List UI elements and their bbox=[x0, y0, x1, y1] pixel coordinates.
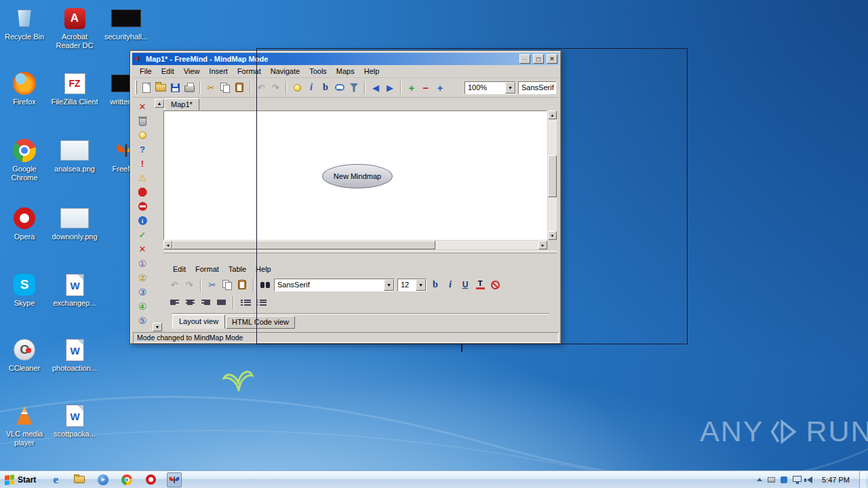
undo-icon[interactable] bbox=[255, 81, 267, 94]
plus-green-icon[interactable] bbox=[406, 81, 418, 94]
priority-4-icon[interactable] bbox=[136, 300, 149, 312]
close-button[interactable] bbox=[547, 54, 557, 64]
window-titlebar[interactable]: Map1* - FreeMind - MindMap Mode bbox=[132, 53, 559, 65]
chrome-icon[interactable] bbox=[119, 472, 134, 487]
scroll-up-icon[interactable] bbox=[548, 110, 557, 119]
align-right-icon[interactable] bbox=[199, 296, 212, 308]
trash-icon[interactable] bbox=[136, 115, 149, 127]
note-menu-format[interactable]: Format bbox=[191, 264, 224, 274]
horizontal-scrollbar[interactable] bbox=[163, 241, 547, 249]
copy-icon[interactable] bbox=[219, 81, 231, 94]
menu-tools[interactable]: Tools bbox=[304, 66, 332, 77]
desktop-icon-filezilla[interactable]: FileZilla Client bbox=[50, 70, 99, 106]
windows-explorer-icon[interactable] bbox=[72, 472, 87, 487]
bullet-list-icon[interactable] bbox=[239, 296, 252, 308]
opera-icon[interactable] bbox=[143, 472, 158, 487]
menu-view[interactable]: View bbox=[179, 66, 205, 77]
desktop-icon-exchangep[interactable]: exchangep... bbox=[50, 272, 99, 308]
mindmap-canvas[interactable]: New Mindmap bbox=[163, 110, 547, 240]
chevron-down-icon[interactable] bbox=[416, 279, 426, 291]
redo-icon[interactable] bbox=[269, 81, 281, 94]
desktop-icon-recycle-bin[interactable]: Recycle Bin bbox=[0, 5, 49, 41]
menu-help[interactable]: Help bbox=[359, 66, 384, 77]
freemind-taskbar-button[interactable] bbox=[167, 472, 182, 487]
internet-explorer-icon[interactable] bbox=[48, 472, 63, 487]
underline-icon[interactable] bbox=[459, 279, 471, 291]
desktop-icon-firefox[interactable]: Firefox bbox=[0, 70, 49, 106]
scroll-left-icon[interactable] bbox=[163, 241, 172, 249]
network-icon[interactable] bbox=[793, 476, 802, 482]
stop-sign-icon[interactable] bbox=[136, 186, 149, 198]
priority-2-icon[interactable] bbox=[136, 272, 149, 283]
vertical-scroll-thumb[interactable] bbox=[548, 155, 557, 197]
start-button[interactable]: Start bbox=[0, 471, 43, 488]
find-replace-icon[interactable] bbox=[259, 279, 271, 291]
priority-3-icon[interactable] bbox=[136, 286, 149, 298]
help-question-icon[interactable] bbox=[136, 144, 149, 155]
numbered-list-icon[interactable] bbox=[255, 296, 267, 308]
menu-format[interactable]: Format bbox=[233, 66, 266, 77]
toolbar-scroll-down-icon[interactable] bbox=[153, 323, 162, 331]
note-menu-help[interactable]: Help bbox=[251, 264, 276, 274]
cloud-bubble-icon[interactable] bbox=[334, 81, 346, 94]
minimize-button[interactable] bbox=[519, 54, 530, 64]
desktop-icon-acrobat[interactable]: Acrobat Reader DC bbox=[50, 5, 99, 50]
copy-icon[interactable] bbox=[221, 279, 233, 291]
zoom-combo[interactable]: 100% bbox=[465, 81, 516, 94]
font-field[interactable]: SansSerif bbox=[518, 81, 556, 94]
desktop-icon-skype[interactable]: Skype bbox=[0, 272, 49, 308]
back-icon[interactable] bbox=[370, 81, 382, 94]
cancel-cross-icon[interactable] bbox=[136, 243, 149, 255]
menu-navigate[interactable]: Navigate bbox=[266, 66, 304, 77]
toolbar-scroll-up-icon[interactable] bbox=[155, 99, 164, 108]
priority-1-icon[interactable] bbox=[136, 258, 149, 269]
italic-icon[interactable] bbox=[444, 279, 456, 291]
menu-insert[interactable]: Insert bbox=[204, 66, 233, 77]
cut-icon[interactable] bbox=[205, 81, 217, 94]
toolbar-drag-handle[interactable] bbox=[135, 81, 137, 94]
exclamation-icon[interactable] bbox=[136, 158, 149, 169]
horizontal-scroll-thumb[interactable] bbox=[172, 241, 435, 249]
print-icon[interactable] bbox=[183, 81, 195, 94]
idea-bulb-icon[interactable] bbox=[136, 129, 149, 141]
tab-html-code-view[interactable]: HTML Code view bbox=[226, 316, 295, 329]
desktop-icon-chrome[interactable]: Google Chrome bbox=[0, 138, 49, 182]
filter-icon[interactable] bbox=[348, 81, 360, 94]
remove-format-icon[interactable] bbox=[489, 279, 501, 291]
chevron-down-icon[interactable] bbox=[505, 82, 515, 94]
scroll-down-icon[interactable] bbox=[548, 231, 557, 240]
new-map-icon[interactable] bbox=[140, 81, 153, 94]
tray-expand-icon[interactable] bbox=[757, 475, 762, 481]
note-menu-edit[interactable]: Edit bbox=[168, 264, 191, 274]
ok-check-icon[interactable] bbox=[136, 229, 149, 241]
remove-icon[interactable] bbox=[136, 101, 149, 113]
chevron-down-icon[interactable] bbox=[384, 279, 394, 291]
desktop-icon-ccleaner[interactable]: CCleaner bbox=[0, 337, 49, 373]
plus-blue-icon[interactable] bbox=[434, 81, 446, 94]
italic-icon[interactable] bbox=[305, 81, 317, 94]
bold-icon[interactable] bbox=[429, 279, 441, 291]
priority-5-icon[interactable] bbox=[136, 314, 149, 326]
tab-layout-view[interactable]: Layout view bbox=[172, 314, 225, 329]
volume-icon[interactable] bbox=[807, 476, 812, 483]
desktop-icon-downonly[interactable]: downonly.png bbox=[50, 205, 99, 241]
desktop-icon-scottpacka[interactable]: scottpacka... bbox=[50, 403, 99, 439]
vertical-scrollbar[interactable] bbox=[548, 110, 557, 240]
freemind-window[interactable]: Map1* - FreeMind - MindMap Mode File Edi… bbox=[130, 50, 561, 344]
clock[interactable]: 5:47 PM bbox=[818, 476, 854, 484]
menu-edit[interactable]: Edit bbox=[157, 66, 179, 77]
forward-icon[interactable] bbox=[384, 81, 396, 94]
desktop-icon-opera[interactable]: Opera bbox=[0, 205, 49, 241]
redo-icon[interactable] bbox=[183, 279, 195, 291]
device-tray-icon[interactable] bbox=[768, 477, 775, 483]
desktop-icon-vlc[interactable]: VLC media player bbox=[0, 403, 49, 447]
menu-file[interactable]: File bbox=[135, 66, 157, 77]
media-player-icon[interactable] bbox=[96, 472, 111, 487]
root-node[interactable]: New Mindmap bbox=[322, 164, 393, 188]
open-map-icon[interactable] bbox=[155, 81, 167, 94]
warning-triangle-icon[interactable] bbox=[136, 172, 149, 184]
save-map-icon[interactable] bbox=[169, 81, 181, 94]
desktop-icon-analsea[interactable]: analsea.png bbox=[50, 138, 99, 174]
show-desktop-button[interactable] bbox=[859, 471, 866, 488]
maximize-button[interactable] bbox=[533, 54, 544, 64]
